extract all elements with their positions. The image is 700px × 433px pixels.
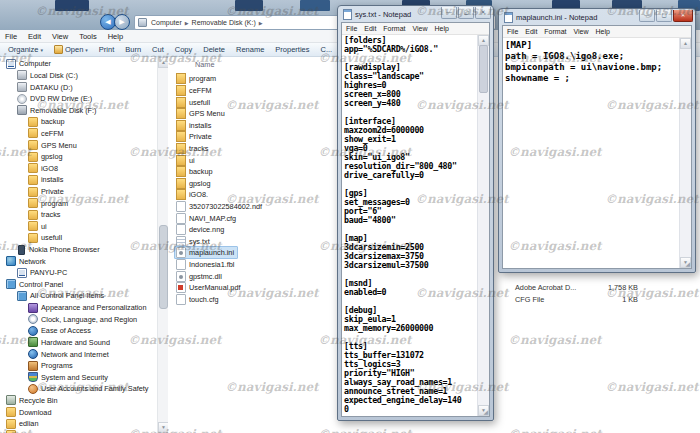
scrollbar-thumb[interactable] — [479, 45, 488, 93]
menu-view[interactable]: View — [574, 28, 589, 35]
tree-item-program[interactable]: program — [0, 197, 157, 209]
tree-item-ui[interactable]: ui — [0, 221, 157, 233]
menu-edit[interactable]: Edit — [364, 25, 376, 32]
tree-item-removable-disk-f[interactable]: Removable Disk (F:) — [0, 104, 157, 116]
menu-help[interactable]: Help — [108, 32, 123, 41]
breadcrumb-computer[interactable]: Computer — [149, 19, 184, 26]
tree-item-hardware-and-sound[interactable]: Hardware and Sound — [0, 337, 157, 349]
tree-item-control-panel[interactable]: Control Panel — [0, 279, 157, 291]
file-name: program — [189, 74, 216, 83]
menu-help[interactable]: Help — [596, 28, 610, 35]
menu-format[interactable]: Format — [544, 28, 566, 35]
file-name: gpstmc.dll — [189, 272, 222, 281]
menu-file[interactable]: File — [5, 32, 17, 41]
tree-item-igo8[interactable]: iGO8 — [0, 162, 157, 174]
toolbar-properties[interactable]: Properties — [275, 45, 309, 54]
tree-item-ceffm[interactable]: ceFFM — [0, 128, 157, 140]
tree-item-ease-of-access[interactable]: Ease of Access — [0, 325, 157, 337]
menu-file[interactable]: File — [346, 25, 357, 32]
toolbar-copy[interactable]: Copy — [175, 45, 193, 54]
minimize-button[interactable]: — — [441, 7, 457, 19]
maximize-button[interactable]: ▢ — [656, 10, 672, 22]
toolbar-print[interactable]: Print — [99, 45, 114, 54]
column-header-name[interactable]: Name — [195, 60, 214, 69]
toolbar-rename[interactable]: Rename — [236, 45, 264, 54]
text-area[interactable]: [MAP] path = IGO8.\igo8.exe; bmpiconpath… — [503, 38, 691, 268]
tree-item-label: backup — [41, 117, 65, 126]
tree-item-backup[interactable]: backup — [0, 116, 157, 128]
file-namebox[interactable]: touch.cfg — [174, 293, 223, 306]
scroll-up-icon[interactable]: ▲ — [680, 38, 691, 49]
usb-icon — [17, 105, 27, 115]
tree-item-recycle-bin[interactable]: Recycle Bin — [0, 395, 157, 407]
tree-item-user-accounts-and-family-safety[interactable]: User Accounts and Family Safety — [0, 383, 157, 395]
minimize-button[interactable]: — — [639, 10, 655, 22]
tree-item-panyu-pc[interactable]: PANYU-PC — [0, 267, 157, 279]
forward-button[interactable]: ▶ — [114, 14, 130, 30]
tree-item-network-and-internet[interactable]: Network and Internet — [0, 348, 157, 360]
toolbar-burn[interactable]: Burn — [125, 45, 141, 54]
toolbar-delete[interactable]: Delete — [203, 45, 225, 54]
tree-item-dataku-d[interactable]: DATAKU (D:) — [0, 81, 157, 93]
tree-item-gps-menu[interactable]: GPS Menu — [0, 139, 157, 151]
menu-view[interactable]: View — [413, 25, 428, 32]
breadcrumb-removable-disk-k[interactable]: Removable Disk (K:) — [190, 19, 258, 26]
resize-grip[interactable]: ◢ — [483, 408, 488, 415]
tree-item-programs[interactable]: Programs — [0, 360, 157, 372]
notepad-titlebar[interactable]: maplaunch.ini - Notepad — ▢ ✕ — [499, 9, 695, 25]
menu-edit[interactable]: Edit — [28, 32, 41, 41]
tree-item-edlian[interactable]: edlian — [0, 418, 157, 430]
menu-view[interactable]: View — [52, 32, 68, 41]
tree-item-label: program — [41, 199, 68, 208]
tree-item-dvd-rw-drive-e[interactable]: DVD RW Drive (E:) — [0, 93, 157, 105]
network-icon — [6, 256, 16, 266]
doc-icon — [176, 201, 186, 212]
tree-item-appearance-and-personalization[interactable]: Appearance and Personalization — [0, 302, 157, 314]
tree-item-local-disk-c[interactable]: Local Disk (C:) — [0, 70, 157, 82]
notepad-scrollbar[interactable]: ▲ ▼ — [477, 35, 489, 416]
tree-item-private[interactable]: Private — [0, 186, 157, 198]
menu-file[interactable]: File — [507, 28, 518, 35]
menu-tools[interactable]: Tools — [79, 32, 97, 41]
close-button[interactable]: ✕ — [475, 7, 491, 19]
tree-item-system-and-security[interactable]: System and Security — [0, 371, 157, 383]
notepad-scrollbar[interactable]: ▲ ▼ — [679, 38, 691, 268]
menu-format[interactable]: Format — [383, 25, 405, 32]
maximize-button[interactable]: ▢ — [458, 7, 474, 19]
folder-icon — [176, 97, 186, 108]
tree-item-network[interactable]: Network — [0, 255, 157, 267]
tree-item-facebook[interactable]: facebook — [0, 430, 157, 433]
folder-icon — [6, 419, 16, 429]
tree-item-tracks[interactable]: tracks — [0, 209, 157, 221]
document-text[interactable]: [folders] app="%SDCARD%/iGO8." [rawdispl… — [342, 35, 489, 415]
toolbar-c[interactable]: C... — [321, 45, 333, 54]
toolbar-open[interactable]: Open▾ — [54, 45, 88, 54]
menu-help[interactable]: Help — [435, 25, 449, 32]
tree-item-label: Appearance and Personalization — [41, 303, 146, 312]
text-area[interactable]: [folders] app="%SDCARD%/iGO8." [rawdispl… — [342, 35, 489, 416]
toolbar-organize[interactable]: Organize▾ — [8, 45, 43, 54]
navigation-buttons: ◀ ▶ — [100, 14, 130, 30]
tree-item-installs[interactable]: installs — [0, 174, 157, 186]
tree-item-nokia-phone-browser[interactable]: Nokia Phone Browser — [0, 244, 157, 256]
document-text[interactable]: [MAP] path = IGO8.\igo8.exe; bmpiconpath… — [503, 38, 691, 85]
tree-item-computer[interactable]: Computer — [0, 58, 157, 70]
tree-item-usefull[interactable]: usefull — [0, 232, 157, 244]
close-button[interactable]: ✕ — [673, 10, 693, 22]
scrollbar-thumb[interactable] — [159, 225, 168, 309]
tree-item-gpslog[interactable]: gpslog — [0, 151, 157, 163]
folder-icon — [28, 140, 38, 150]
notepad-menubar: FileEditFormatViewHelp — [503, 26, 691, 38]
toolbar-cut[interactable]: Cut — [152, 45, 164, 54]
menu-edit[interactable]: Edit — [525, 28, 537, 35]
tree-item-all-control-panel-items[interactable]: All Control Panel Items — [0, 290, 157, 302]
folder-icon — [28, 163, 38, 173]
tree-item-download[interactable]: Download — [0, 406, 157, 418]
toolbar-label: Open — [65, 45, 83, 54]
tree-item-label: Hardware and Sound — [41, 338, 110, 347]
notepad-titlebar[interactable]: sys.txt - Notepad — ▢ ✕ — [338, 6, 493, 22]
tree-item-clock-language-and-region[interactable]: Clock, Language, and Region — [0, 313, 157, 325]
resize-grip[interactable]: ◢ — [685, 260, 690, 267]
file-name: NAVI_MAP.cfg — [189, 214, 236, 223]
users-icon — [28, 384, 38, 394]
